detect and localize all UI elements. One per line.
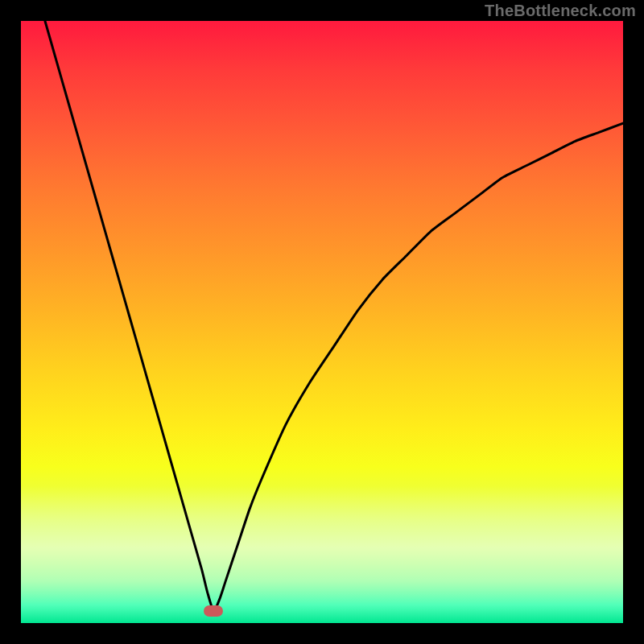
plot-area — [21, 21, 623, 623]
chart-frame: TheBottleneck.com — [0, 0, 644, 644]
watermark-text: TheBottleneck.com — [485, 2, 636, 20]
curve-layer — [21, 21, 623, 623]
minimum-marker — [204, 605, 223, 617]
bottleneck-curve — [45, 21, 623, 611]
